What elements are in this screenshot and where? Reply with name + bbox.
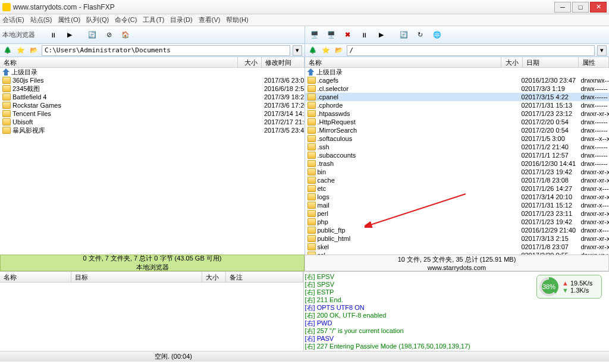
list-item[interactable]: .MirrorSearch02017/2/20 0:54drwx------ [305,126,610,134]
connect-icon[interactable]: 🖥️ [307,28,322,42]
col-modified[interactable]: 修改时间 [262,57,304,67]
list-item[interactable]: .HttpRequest02017/2/20 0:54drwx------ [305,118,610,126]
close-button[interactable]: ✕ [590,2,607,12]
list-item[interactable]: ssl02017/2/20 0:55drwxr-xr-x [305,251,610,255]
list-item[interactable]: 上级目录 [305,68,610,76]
list-item[interactable]: Rockstar Games2017/3/6 17:20 [0,101,304,109]
list-item[interactable]: .ssh02017/1/2 21:40drwx------ [305,143,610,151]
maximize-button[interactable]: □ [572,2,589,12]
folder-icon [2,118,11,125]
log-line: [右] 正在打开数据连接 IP: 198.176.50.109 端口: 3560… [305,350,608,351]
list-item[interactable]: cache02017/1/8 23:08drwxr-xr-x [305,176,610,184]
list-item[interactable]: 上级目录 [0,68,304,76]
speed-widget[interactable]: 38% 19.5K/s 1.3K/s [536,275,602,299]
menu-item[interactable]: 帮助(H) [226,15,248,24]
list-item[interactable]: skel02017/1/8 23:07drwxr-xr-x [305,243,610,251]
remote-path-dropdown[interactable]: ▾ [597,45,607,56]
reload-icon[interactable]: ↻ [413,28,428,42]
col-name[interactable]: 名称 [0,57,238,67]
list-item[interactable]: .cagefs02016/12/30 23:47drwxrwx--x [305,76,610,84]
log-line: [右] 200 OK, UTF-8 enabled [305,312,608,319]
list-item[interactable]: public_ftp02016/12/29 21:40drwxr-x--- [305,226,610,234]
list-item[interactable]: .cpanel02017/3/15 4:22drwx------ [305,93,610,101]
remote-path-input[interactable] [347,45,595,56]
folder-icon [307,210,316,217]
folder-icon [2,77,11,84]
menu-item[interactable]: 工具(T) [143,15,164,24]
bookmark-remote-icon[interactable]: ⭐ [321,45,331,56]
list-item[interactable]: .trash02016/12/30 14:41drwx------ [305,159,610,168]
list-item[interactable]: 360js Files2017/3/6 23:01 [0,76,304,84]
local-file-list[interactable]: 上级目录360js Files2017/3/6 23:012345截图2016/… [0,68,304,255]
list-item[interactable]: .cphorde02017/1/31 15:13drwx------ [305,101,610,109]
menu-item[interactable]: 命令(C) [115,15,137,24]
folder-icon [307,127,316,134]
play-icon[interactable]: ▶ [62,28,77,42]
qcol-name[interactable]: 名称 [0,272,71,282]
refresh-remote-icon[interactable]: 🔄 [397,28,411,42]
folder-icon [2,85,11,92]
refresh-icon[interactable]: 🔄 [85,28,99,42]
list-item[interactable]: .subaccounts02017/1/1 12:57drwx------ [305,151,610,159]
list-item[interactable]: 暴风影视库2017/3/5 23:42 [0,126,304,134]
list-item[interactable]: logs02017/3/14 20:10drwxr-xr-x [305,193,610,201]
folder-icon [307,135,316,142]
qcol-note[interactable]: 备注 [226,272,303,282]
rcol-attr[interactable]: 属性 [579,57,610,67]
list-item[interactable]: php02017/1/23 19:42drwxr-xr-x [305,218,610,226]
log-line: [右] OPTS UTF8 ON [305,304,608,312]
window-title: www.starrydots.com - FlashFXP [13,3,553,11]
list-item[interactable]: Tencent Files2017/3/14 14:38 [0,109,304,118]
list-item[interactable]: perl02017/1/23 23:11drwxr-xr-x [305,209,610,218]
rcol-name[interactable]: 名称 [305,57,501,67]
folder-icon [307,252,316,255]
list-item[interactable]: .htpasswds02017/1/23 23:12drwxr-xr-x [305,109,610,118]
pause-icon[interactable]: ⏸ [46,28,60,42]
minimize-button[interactable]: ─ [554,2,571,12]
list-item[interactable]: Battlefield 42017/3/9 18:21 [0,93,304,101]
list-item[interactable]: .softaculous02017/1/5 3:00drwx--x--x [305,134,610,143]
folder-open-remote-icon[interactable]: 📂 [334,45,344,56]
menu-item[interactable]: 属性(O) [58,15,80,24]
log-line: [右] PWD [305,319,608,327]
menu-item[interactable]: 站点(S) [30,15,52,24]
menubar: 会话(E)站点(S)属性(O)队列(Q)命令(C)工具(T)目录(D)查看(V)… [0,14,609,26]
list-item[interactable]: mail02017/1/31 15:12drwxr-x--- [305,201,610,209]
list-item[interactable]: bin02017/1/23 19:42drwxr-xr-x [305,168,610,176]
home-icon[interactable]: 🏠 [118,28,133,42]
up-icon [2,68,10,76]
menu-item[interactable]: 目录(D) [170,15,192,24]
abort-icon[interactable]: ⊘ [102,28,116,42]
folder-icon [307,77,316,84]
qcol-target[interactable]: 目标 [71,272,202,282]
globe-icon[interactable]: 🌐 [430,28,444,42]
cancel-icon[interactable]: ✖ [341,28,355,42]
folder-open-icon[interactable]: 📂 [29,45,39,56]
list-item[interactable]: etc02017/1/26 14:27drwxr-x--- [305,184,610,193]
bookmark-icon[interactable]: ⭐ [15,45,26,56]
list-item[interactable]: .cl.selector02017/3/3 1:19drwx------ [305,84,610,93]
rcol-date[interactable]: 日期 [523,57,579,67]
menu-item[interactable]: 会话(E) [2,15,24,24]
list-item[interactable]: Ubisoft2017/2/17 21:08 [0,118,304,126]
disconnect-icon[interactable]: 🖥️ [324,28,338,42]
rcol-size[interactable]: 大小 [501,57,523,67]
col-size[interactable]: 大小 [238,57,262,67]
folder-icon [307,202,316,209]
local-path-input[interactable] [42,45,290,56]
local-path-dropdown[interactable]: ▾ [293,45,302,56]
folder-icon [307,110,316,117]
remote-file-list[interactable]: 上级目录.cagefs02016/12/30 23:47drwxrwx--x.c… [305,68,610,255]
pause-remote-icon[interactable]: ⏸ [357,28,372,42]
list-item[interactable]: public_html02017/3/13 2:15drwxr-xr-x [305,234,610,243]
folder-icon [2,102,11,109]
menu-item[interactable]: 队列(Q) [86,15,109,24]
tree-icon[interactable]: 🌲 [2,45,13,56]
list-item[interactable]: 2345截图2016/6/18 2:58 [0,84,304,93]
tree-remote-icon[interactable]: 🌲 [307,45,318,56]
qcol-size[interactable]: 大小 [202,272,226,282]
queue-list[interactable] [0,283,303,351]
folder-icon [307,218,316,225]
menu-item[interactable]: 查看(V) [199,15,221,24]
play-remote-icon[interactable]: ▶ [374,28,388,42]
